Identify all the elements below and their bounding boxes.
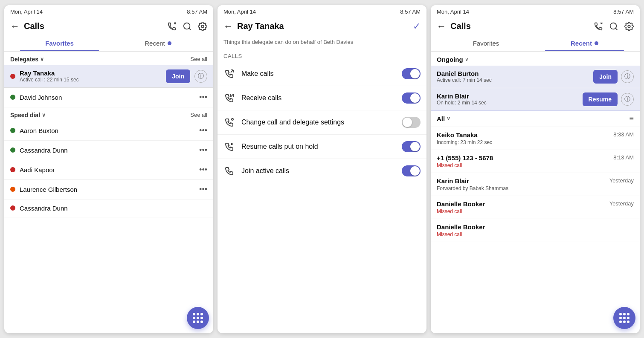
ongoing-info-karin: Karin Blair On hold: 2 min 14 sec <box>437 92 487 106</box>
fab-dialpad-3[interactable] <box>613 307 635 329</box>
ongoing-label[interactable]: Ongoing <box>437 56 463 63</box>
resume-button-karin[interactable]: Resume <box>583 92 618 106</box>
more-button-aaron[interactable]: ••• <box>199 126 207 135</box>
missed-tag-danielle2: Missed call <box>437 231 634 237</box>
recent-danielle1: Danielle Booker Yesterday Missed call <box>431 196 640 219</box>
filter-icon[interactable]: ≡ <box>629 114 634 123</box>
tab-recent-3[interactable]: Recent <box>535 35 634 51</box>
join-calls-toggle[interactable] <box>402 165 421 176</box>
status-dot-cassandra-d <box>10 147 15 153</box>
search-icon-1[interactable] <box>183 22 192 31</box>
permission-receive-calls: Receive calls <box>218 86 426 110</box>
recent-name-keiko: Keiko Tanaka <box>437 131 478 139</box>
make-calls-toggle[interactable] <box>402 68 421 79</box>
recent-row-keiko: Keiko Tanaka 8:33 AM <box>437 131 634 139</box>
missed-tag-danielle1: Missed call <box>437 208 634 214</box>
speed-dial-label[interactable]: Speed dial ∨ <box>10 112 46 118</box>
status-bar-2: Mon, April 14 8:57 AM <box>218 5 426 17</box>
ongoing-actions-daniel: Join ⓘ <box>593 70 634 84</box>
recent-badge-1 <box>168 41 171 45</box>
back-button-2[interactable]: ← <box>223 21 233 32</box>
contact-name-david: David Johnson <box>20 94 195 101</box>
join-button-daniel[interactable]: Join <box>593 70 618 84</box>
ongoing-chevron: ∨ <box>465 56 469 62</box>
info-button-daniel[interactable]: ⓘ <box>621 70 634 83</box>
speed-dial-section-header: Speed dial ∨ See all <box>4 107 213 121</box>
recent-time-karin2: Yesterday <box>609 177 634 184</box>
recent-row-karin2: Karin Blair Yesterday <box>437 177 634 185</box>
back-button-1[interactable]: ← <box>10 21 20 32</box>
svg-line-3 <box>189 28 191 30</box>
phone-icon-3[interactable] <box>594 22 603 31</box>
ongoing-info-daniel: Daniel Burton Active call: 7 min 14 sec <box>437 70 492 83</box>
svg-point-18 <box>628 25 630 28</box>
svg-line-17 <box>615 28 617 30</box>
delegate-info: Ray Tanaka Active call : 22 min 15 sec <box>20 69 162 83</box>
all-filter-bar: All ∨ ≡ <box>431 111 640 127</box>
join-button-ray[interactable]: Join <box>166 69 190 83</box>
recent-sub-karin2: Forwarded by Babak Shammas <box>437 185 634 191</box>
recent-phone: +1 (555) 123 - 5678 8:13 AM Missed call <box>431 150 640 173</box>
recent-danielle2: Danielle Booker Missed call <box>431 219 640 242</box>
dialpad-icon-3 <box>619 313 629 323</box>
recent-time-danielle1: Yesterday <box>609 200 634 207</box>
time-2: 8:57 AM <box>400 9 421 15</box>
tab-favorites-3[interactable]: Favorites <box>437 35 535 51</box>
ongoing-name-karin: Karin Blair <box>437 92 487 100</box>
contact-cassandra2: Cassandra Dunn <box>4 199 213 217</box>
phone-icon-1[interactable] <box>167 22 177 31</box>
status-bar-1: Mon, April 14 8:57 AM <box>4 5 213 17</box>
delegate-ray-tanaka: Ray Tanaka Active call : 22 min 15 sec J… <box>4 65 213 88</box>
resume-calls-toggle[interactable] <box>402 141 421 152</box>
tab-recent-1[interactable]: Recent <box>109 35 207 51</box>
delegates-see-all[interactable]: See all <box>190 56 207 62</box>
checkmark-icon: ✓ <box>413 21 421 32</box>
permission-join-calls: Join active calls <box>218 159 426 183</box>
delegates-chevron: ∨ <box>40 56 44 62</box>
delegate-subtitle: Things this delegate can do on behalf of… <box>218 35 426 47</box>
more-button-david[interactable]: ••• <box>199 93 207 102</box>
toggle-knob-3 <box>403 118 412 127</box>
delegate-name: Ray Tanaka <box>20 69 162 77</box>
receive-calls-toggle[interactable] <box>402 92 421 104</box>
settings-icon-1[interactable] <box>198 22 207 31</box>
svg-point-16 <box>610 23 617 29</box>
ongoing-row-daniel: Daniel Burton Active call: 7 min 14 sec … <box>437 70 634 84</box>
more-button-cassandra-d[interactable]: ••• <box>199 146 207 155</box>
search-icon-3[interactable] <box>609 22 618 31</box>
recent-karin: Karin Blair Yesterday Forwarded by Babak… <box>431 173 640 196</box>
delegates-label[interactable]: Delegates ∨ <box>10 56 44 63</box>
change-settings-toggle[interactable] <box>402 117 421 128</box>
all-chevron: ∨ <box>447 116 450 121</box>
contact-name-cassandra2: Cassandra Dunn <box>20 205 207 212</box>
settings-icon-3[interactable] <box>624 22 634 31</box>
contact-cassandra-d: Cassandra Dunn ••• <box>4 141 213 160</box>
fab-dialpad-1[interactable] <box>187 307 209 329</box>
ongoing-row-karin: Karin Blair On hold: 2 min 14 sec Resume… <box>437 92 634 106</box>
contact-laurence: Laurence Gilbertson ••• <box>4 180 213 199</box>
all-label[interactable]: All ∨ <box>437 115 450 122</box>
screen-recent: Mon, April 14 8:57 AM ← Calls <box>431 5 640 333</box>
calls-section-title: Calls <box>218 47 426 62</box>
info-button-karin[interactable]: ⓘ <box>621 93 634 106</box>
more-button-laurence[interactable]: ••• <box>199 185 207 194</box>
tab-favorites-1[interactable]: Favorites <box>10 35 109 51</box>
recent-badge-3 <box>595 41 598 45</box>
ongoing-header: Ongoing ∨ <box>431 52 640 66</box>
ongoing-sub-daniel: Active call: 7 min 14 sec <box>437 77 492 83</box>
ongoing-actions-karin: Resume ⓘ <box>583 92 634 106</box>
contact-name-aaron: Aaron Buxton <box>20 127 195 134</box>
speed-dial-see-all[interactable]: See all <box>190 112 207 118</box>
recent-row-danielle1: Danielle Booker Yesterday <box>437 200 634 208</box>
info-button-ray[interactable]: ⓘ <box>194 70 207 83</box>
svg-point-4 <box>201 25 204 28</box>
more-button-aadi[interactable]: ••• <box>199 165 207 174</box>
recent-name-danielle1: Danielle Booker <box>437 200 485 208</box>
tabs-3: Favorites Recent <box>431 35 640 52</box>
header-1: ← Calls <box>4 17 213 35</box>
title-3: Calls <box>450 21 589 31</box>
missed-tag-phone: Missed call <box>437 162 634 168</box>
status-dot-aadi <box>10 167 15 172</box>
contact-david: David Johnson ••• <box>4 88 213 107</box>
back-button-3[interactable]: ← <box>437 21 446 32</box>
